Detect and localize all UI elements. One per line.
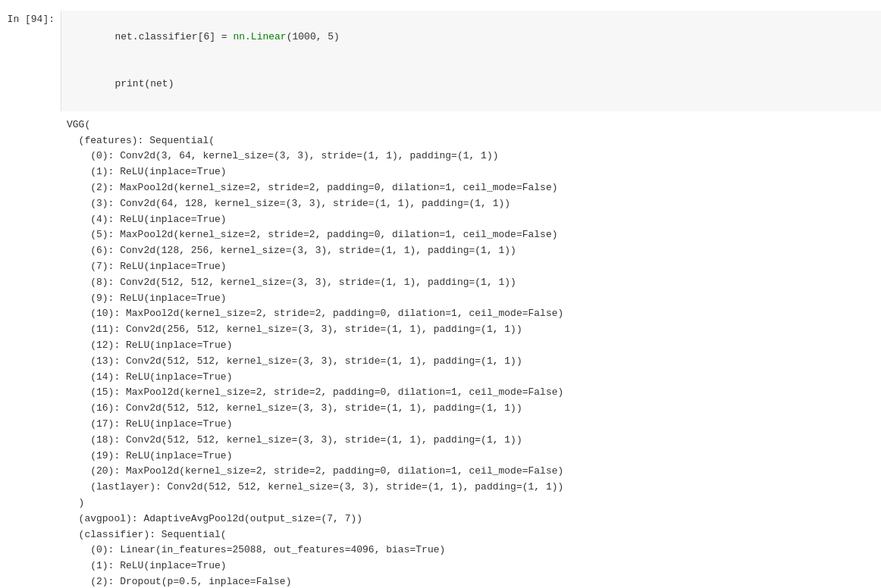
- out-line-1: (features): Sequential(: [67, 133, 875, 149]
- out-line-9: (7): ReLU(inplace=True): [67, 259, 875, 275]
- out-line-23: (lastlayer): Conv2d(512, 512, kernel_siz…: [67, 480, 875, 496]
- out-line-4: (2): MaxPool2d(kernel_size=2, stride=2, …: [67, 180, 875, 196]
- out-line-28: (1): ReLU(inplace=True): [67, 558, 875, 574]
- out-line-8: (6): Conv2d(128, 256, kernel_size=(3, 3)…: [67, 243, 875, 259]
- cell-in-label: In [94]:: [8, 14, 55, 25]
- out-line-7: (5): MaxPool2d(kernel_size=2, stride=2, …: [67, 227, 875, 243]
- out-line-11: (9): ReLU(inplace=True): [67, 291, 875, 307]
- out-line-20: (18): Conv2d(512, 512, kernel_size=(3, 3…: [67, 433, 875, 449]
- out-line-14: (12): ReLU(inplace=True): [67, 338, 875, 354]
- cell-input-area[interactable]: net.classifier[6] = nn.Linear(1000, 5) p…: [61, 11, 881, 111]
- output-content: VGG( (features): Sequential( (0): Conv2d…: [61, 114, 881, 588]
- out-line-22: (20): MaxPool2d(kernel_size=2, stride=2,…: [67, 464, 875, 480]
- out-line-12: (10): MaxPool2d(kernel_size=2, stride=2,…: [67, 306, 875, 322]
- code-nn: nn.Linear: [233, 31, 286, 42]
- output-block: VGG( (features): Sequential( (0): Conv2d…: [0, 114, 881, 588]
- out-line-5: (3): Conv2d(64, 128, kernel_size=(3, 3),…: [67, 196, 875, 212]
- out-line-6: (4): ReLU(inplace=True): [67, 212, 875, 228]
- out-line-2: (0): Conv2d(3, 64, kernel_size=(3, 3), s…: [67, 149, 875, 164]
- out-line-17: (15): MaxPool2d(kernel_size=2, stride=2,…: [67, 385, 875, 401]
- code-text-1a: net.classifier[6] =: [114, 31, 233, 42]
- out-line-19: (17): ReLU(inplace=True): [67, 417, 875, 433]
- code-text-2: print(net): [114, 78, 174, 89]
- notebook-container: In [94]: net.classifier[6] = nn.Linear(1…: [0, 0, 881, 588]
- code-line-1: net.classifier[6] = nn.Linear(1000, 5): [67, 14, 875, 61]
- out-line-25: (avgpool): AdaptiveAvgPool2d(output_size…: [67, 511, 875, 527]
- out-line-10: (8): Conv2d(512, 512, kernel_size=(3, 3)…: [67, 275, 875, 291]
- out-line-26: (classifier): Sequential(: [67, 527, 875, 543]
- cell-label: In [94]:: [0, 11, 61, 111]
- out-line-27: (0): Linear(in_features=25088, out_featu…: [67, 543, 875, 558]
- out-line-16: (14): ReLU(inplace=True): [67, 370, 875, 386]
- out-line-18: (16): Conv2d(512, 512, kernel_size=(3, 3…: [67, 401, 875, 417]
- code-line-2: print(net): [67, 61, 875, 108]
- out-line-3: (1): ReLU(inplace=True): [67, 164, 875, 180]
- out-line-0: VGG(: [67, 117, 875, 133]
- out-line-24: ): [67, 496, 875, 511]
- out-line-29: (2): Dropout(p=0.5, inplace=False): [67, 574, 875, 588]
- input-cell: In [94]: net.classifier[6] = nn.Linear(1…: [0, 8, 881, 114]
- out-line-21: (19): ReLU(inplace=True): [67, 449, 875, 464]
- output-label: [0, 114, 61, 588]
- code-text-1b: (1000, 5): [287, 31, 340, 42]
- out-line-15: (13): Conv2d(512, 512, kernel_size=(3, 3…: [67, 354, 875, 370]
- out-line-13: (11): Conv2d(256, 512, kernel_size=(3, 3…: [67, 322, 875, 338]
